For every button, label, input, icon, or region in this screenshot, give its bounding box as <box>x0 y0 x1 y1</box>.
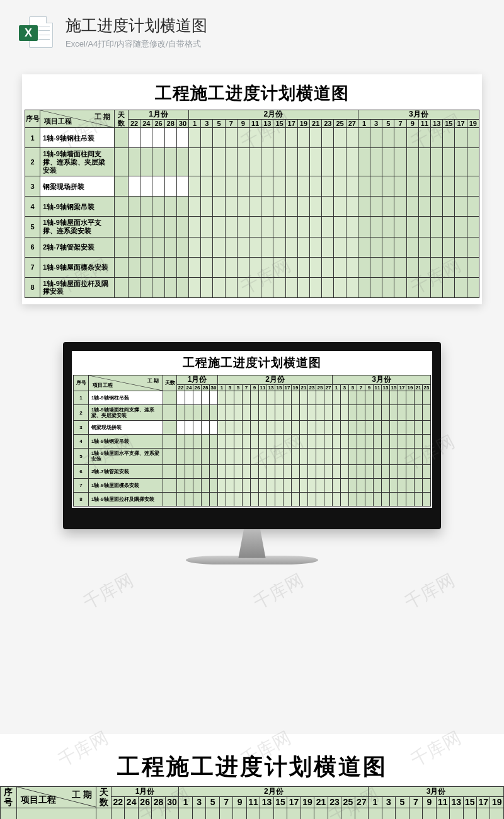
task-name: 钢梁现场拼装 <box>89 421 163 435</box>
page-header: X 施工进度计划横道图 Excel/A4打印/内容随意修改/自带格式 <box>0 0 504 58</box>
gantt-table-small: 序号工 期项目工程天数1月份2月份3月份22242628301357911131… <box>73 375 431 507</box>
page-title: 施工进度计划横道图 <box>66 15 485 36</box>
task-name: 1轴-9轴屋面檩条安装 <box>89 478 163 492</box>
chart-title: 工程施工进度计划横道图 <box>0 752 504 782</box>
task-name: 1轴-9轴屋面水平支撑、连系梁安装 <box>40 217 115 237</box>
task-name: 2轴-7轴管架安装 <box>40 237 115 257</box>
page-subtitle: Excel/A4打印/内容随意修改/自带格式 <box>66 38 485 50</box>
task-name: 2轴-7轴管架安装 <box>89 464 163 478</box>
excel-icon: X <box>19 13 54 52</box>
task-name: 1轴-9轴屋面拉杆及隅撑安装 <box>89 492 163 506</box>
monitor-mockup: 工程施工进度计划横道图 序号工 期项目工程天数1月份2月份3月份22242628… <box>63 342 441 564</box>
task-name: 1轴-9轴钢梁吊装 <box>89 435 163 449</box>
task-name: 1轴-9轴钢柱吊装 <box>89 391 163 404</box>
task-name: 1轴-9轴墙面柱间支撑、连系梁、夹层梁安装 <box>40 148 115 176</box>
watermark: 千库网 <box>401 569 459 615</box>
watermark: 千库网 <box>249 569 307 615</box>
task-name: 钢梁现场拼装 <box>40 176 115 197</box>
task-name: 1轴-9轴屋面水平支撑、连系梁安装 <box>89 449 163 464</box>
template-preview-large: 工程施工进度计划横道图 序号工 期项目工程天数1月份2月份3月份22242628… <box>22 74 482 304</box>
task-name: 1轴-9轴屋面拉杆及隅撑安装 <box>40 277 115 297</box>
excel-badge: X <box>19 25 38 41</box>
chart-title: 工程施工进度计划横道图 <box>73 355 431 371</box>
template-preview-crop: 工程施工进度计划横道图 序号工 期项目工程天数1月份2月份3月份22242628… <box>0 731 504 819</box>
task-name: 1轴-9轴钢梁吊装 <box>40 197 115 217</box>
gantt-table: 序号工 期项目工程天数1月份2月份3月份22242628301357911131… <box>25 110 479 298</box>
task-name: 1轴-9轴墙面柱间支撑、连系梁、夹层梁安装 <box>89 404 163 420</box>
watermark: 千库网 <box>79 569 137 615</box>
task-name: 1轴-9轴钢柱吊装 <box>40 128 115 148</box>
task-name: 1轴-9轴屋面檩条安装 <box>40 257 115 277</box>
gantt-table-crop: 序号工 期项目工程天数1月份2月份3月份22242628301357911131… <box>0 786 504 819</box>
chart-title: 工程施工进度计划横道图 <box>25 82 479 105</box>
